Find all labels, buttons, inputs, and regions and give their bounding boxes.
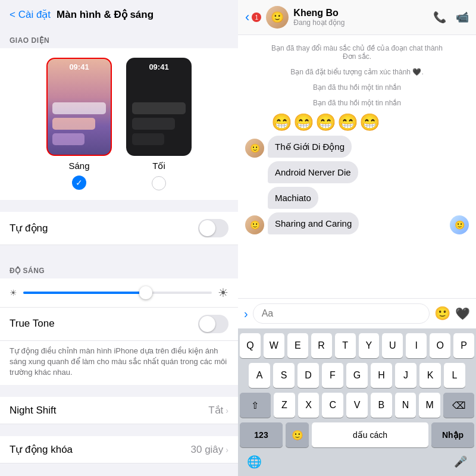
- dark-bar-3: [132, 133, 164, 145]
- msg-back-button[interactable]: ‹: [245, 10, 249, 25]
- section-header-giao-dien: GIAO DIỆN: [0, 27, 238, 48]
- notification-badge: 1: [252, 12, 261, 22]
- key-shift[interactable]: ⇧: [240, 393, 271, 418]
- key-p[interactable]: P: [453, 333, 474, 358]
- key-q[interactable]: Q: [240, 333, 261, 358]
- theme-dark-check[interactable]: [152, 176, 166, 190]
- brightness-slider[interactable]: [23, 292, 212, 294]
- emoji-3: 😁: [315, 112, 336, 132]
- phone-icon[interactable]: 📞: [433, 11, 446, 24]
- key-v[interactable]: V: [346, 393, 368, 418]
- key-n[interactable]: N: [395, 393, 416, 418]
- light-bar-1: [52, 102, 106, 114]
- key-d[interactable]: D: [298, 363, 319, 388]
- sender-avatar-1: 🙂: [245, 139, 264, 158]
- key-k[interactable]: K: [419, 363, 441, 388]
- key-o[interactable]: O: [430, 333, 450, 358]
- true-tone-toggle[interactable]: [198, 315, 228, 333]
- mic-icon[interactable]: 🎤: [449, 453, 472, 471]
- key-w[interactable]: W: [264, 333, 284, 358]
- key-l[interactable]: L: [444, 363, 465, 388]
- key-z[interactable]: Z: [274, 393, 295, 418]
- avatar[interactable]: 🙂: [266, 6, 289, 29]
- key-t[interactable]: T: [335, 333, 356, 358]
- key-r[interactable]: R: [311, 333, 332, 358]
- key-delete[interactable]: ⌫: [443, 393, 474, 418]
- sender-avatar-4: 🙂: [245, 215, 264, 234]
- bubble-row-3: Machiato: [245, 187, 469, 209]
- emoji-5: 😁: [359, 112, 380, 132]
- key-u[interactable]: U: [382, 333, 403, 358]
- video-icon[interactable]: 📹: [456, 11, 469, 24]
- night-shift-row[interactable]: Night Shift Tắt ›: [0, 397, 238, 424]
- key-h[interactable]: H: [371, 363, 392, 388]
- bubble-1: Thế Giới Di Động: [268, 136, 352, 158]
- theme-light-check[interactable]: ✓: [72, 176, 86, 190]
- theme-dark-label: Tối: [152, 161, 165, 171]
- light-bar-2: [52, 118, 95, 130]
- theme-dark-preview[interactable]: 09:41: [126, 58, 192, 156]
- keyboard-row-4: 123 🙂 dấu cách Nhập: [240, 422, 474, 447]
- light-preview-time: 09:41: [48, 62, 111, 71]
- globe-icon[interactable]: 🌐: [242, 452, 267, 471]
- settings-panel: < Cài đặt Màn hình & Độ sáng GIAO DIỆN 0…: [0, 0, 238, 476]
- separator-4: [0, 424, 238, 436]
- sun-icon-large: ☀: [218, 286, 228, 300]
- key-b[interactable]: B: [371, 393, 392, 418]
- message-input[interactable]: [253, 303, 430, 324]
- keyboard-bottom-row: 🌐 🎤: [240, 452, 474, 474]
- message-input-row: › 🙂 🖤: [238, 298, 476, 328]
- theme-light-preview[interactable]: 09:41: [46, 58, 112, 156]
- bubble-row-4: 🙂 Sharing and Caring 🙂: [245, 212, 469, 234]
- tu-dong-toggle[interactable]: [198, 219, 228, 237]
- message-header: ‹ 1 🙂 Kheng Bo Đang hoạt động 📞 📹: [238, 0, 476, 35]
- brightness-fill: [23, 292, 146, 294]
- back-button[interactable]: < Cài đặt: [10, 8, 51, 21]
- key-x[interactable]: X: [298, 393, 320, 418]
- key-m[interactable]: M: [419, 393, 440, 418]
- dark-bar-2: [132, 118, 175, 130]
- key-i[interactable]: I: [406, 333, 427, 358]
- key-123[interactable]: 123: [240, 422, 283, 447]
- emoji-4: 😁: [337, 112, 358, 132]
- true-tone-row: True Tone: [0, 308, 238, 341]
- expand-button[interactable]: ›: [244, 307, 248, 321]
- system-msg-4: Bạn đã thu hồi một tin nhắn: [245, 97, 469, 109]
- key-a[interactable]: A: [249, 363, 270, 388]
- tu-dong-khoa-row[interactable]: Tự động khóa 30 giây ›: [0, 436, 238, 464]
- tu-dong-label: Tự động: [10, 222, 48, 234]
- key-j[interactable]: J: [395, 363, 416, 388]
- keyboard-row-2: A S D F G H J K L: [240, 363, 474, 388]
- key-s[interactable]: S: [273, 363, 295, 388]
- key-emoji[interactable]: 🙂: [286, 422, 309, 447]
- night-shift-right: Tắt ›: [208, 404, 228, 416]
- night-shift-label: Night Shift: [10, 405, 56, 416]
- key-space[interactable]: dấu cách: [312, 422, 428, 447]
- key-c[interactable]: C: [322, 393, 343, 418]
- system-msg-1: Bạn đã thay đổi màu sắc chủ đề của đoạn …: [245, 42, 469, 62]
- emoji-row: 😁 😁 😁 😁 😁: [271, 112, 469, 132]
- light-bar-3: [52, 133, 84, 145]
- messenger-panel: ‹ 1 🙂 Kheng Bo Đang hoạt động 📞 📹 Bạn đã…: [238, 0, 476, 476]
- emoji-picker-icon[interactable]: 🙂: [434, 306, 450, 321]
- section-header-do-sang: ĐỘ SÁNG: [0, 257, 238, 278]
- tu-dong-khoa-label: Tự động khóa: [10, 443, 73, 456]
- theme-light-item[interactable]: 09:41 Sáng ✓: [46, 58, 112, 190]
- heart-icon[interactable]: 🖤: [455, 306, 470, 321]
- keyboard-row-3: ⇧ Z X C V B N M ⌫: [240, 393, 474, 418]
- bubble-row-2: Android Nerver Die: [245, 161, 469, 183]
- dark-bar-1: [132, 102, 186, 114]
- theme-selector: 09:41 Sáng ✓ 09:41 Tối: [0, 48, 238, 200]
- emoji-2: 😁: [293, 112, 314, 132]
- brightness-thumb[interactable]: [139, 286, 152, 299]
- tu-dong-khoa-right: 30 giây ›: [191, 444, 229, 456]
- key-y[interactable]: Y: [359, 333, 380, 358]
- theme-dark-item[interactable]: 09:41 Tối: [126, 58, 192, 190]
- key-g[interactable]: G: [346, 363, 368, 388]
- key-enter[interactable]: Nhập: [431, 422, 474, 447]
- tu-dong-khoa-value: 30 giây: [191, 444, 224, 456]
- key-f[interactable]: F: [322, 363, 343, 388]
- chevron-icon: ›: [226, 406, 228, 415]
- key-e[interactable]: E: [287, 333, 308, 358]
- keyboard: Q W E R T Y U I O P A S D F G H J K L ⇧ …: [238, 328, 476, 476]
